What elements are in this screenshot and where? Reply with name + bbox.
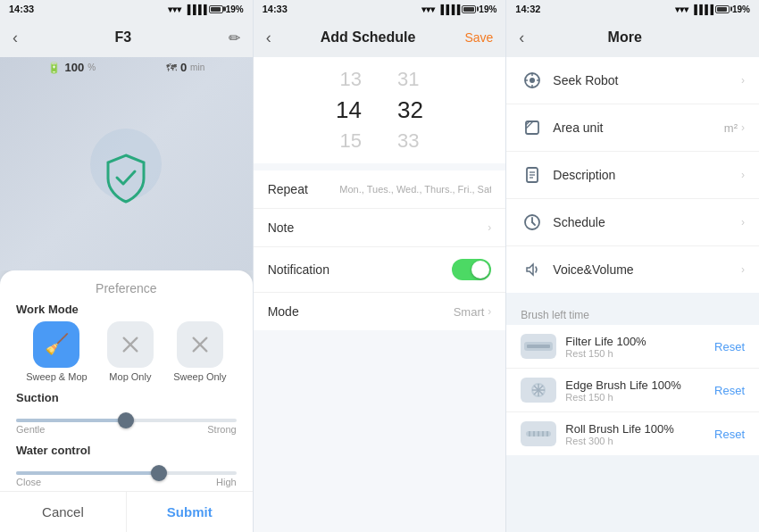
- battery-icon-map: 🔋: [47, 62, 61, 74]
- active-hour: 14: [336, 96, 362, 124]
- time-picker[interactable]: 13 31 14 32 15 33: [254, 57, 506, 163]
- status-bar-2: 14:33 ▾▾▾ ▐▐▐▐ 19%: [254, 0, 506, 18]
- toggle-thumb: [471, 261, 489, 278]
- schedule-chevron: ›: [741, 216, 745, 229]
- status-bar-1: 14:33 ▾▾▾ ▐▐▐▐ 19%: [0, 0, 253, 18]
- note-row[interactable]: Note ›: [254, 209, 506, 247]
- sweep-icon: [190, 335, 210, 354]
- notification-row[interactable]: Notification: [254, 247, 506, 293]
- top-bar-3: ‹ More: [506, 18, 759, 57]
- description-row[interactable]: Description ›: [506, 152, 759, 199]
- voice-volume-row[interactable]: Voice&Volume ›: [506, 246, 759, 293]
- wifi-icon-2: ▾▾▾: [421, 4, 435, 14]
- mode-mop-only[interactable]: Mop Only: [107, 321, 154, 382]
- schedule-chevron-icon: ›: [741, 216, 745, 229]
- schedule-rows: Repeat Mon., Tues., Wed., Thurs., Fri., …: [254, 170, 506, 330]
- prev-min: 31: [397, 68, 419, 91]
- voice-volume-left: Voice&Volume: [521, 258, 633, 281]
- description-icon: [521, 163, 544, 187]
- mode-icon-mop-only: [107, 321, 154, 368]
- edit-icon-1[interactable]: ✏: [229, 29, 240, 46]
- battery-pct-1: 19%: [226, 4, 244, 14]
- note-chevron: ›: [488, 221, 491, 234]
- notification-toggle[interactable]: [452, 259, 491, 280]
- signal-icon-2: ▐▐▐▐: [438, 4, 459, 14]
- water-track[interactable]: [16, 471, 237, 475]
- panel-schedule: 14:33 ▾▾▾ ▐▐▐▐ 19% ‹ Add Schedule Save 1…: [253, 0, 506, 532]
- submit-button[interactable]: Submit: [126, 492, 253, 532]
- suction-min: Gentle: [16, 424, 45, 435]
- edge-brush-sub: Rest 150 h: [565, 392, 680, 403]
- svg-line-17: [532, 222, 535, 225]
- note-label: Note: [268, 220, 295, 235]
- filter-name: Filter Life 100%: [565, 335, 646, 348]
- time-row-prev: 13 31: [254, 66, 506, 93]
- page-title-2: Add Schedule: [321, 29, 416, 46]
- back-icon-1[interactable]: ‹: [13, 29, 18, 47]
- mode-sweep-mop[interactable]: 🧹 Sweep & Mop: [26, 321, 87, 382]
- next-min: 33: [397, 129, 419, 153]
- battery-pct-3: 19%: [732, 4, 750, 14]
- mode-chevron-icon: ›: [488, 305, 491, 318]
- battery-icon-3: [715, 5, 730, 13]
- time-row-next: 15 33: [254, 128, 506, 154]
- workmode-label: Work Mode: [16, 303, 237, 316]
- suction-thumb[interactable]: [118, 412, 134, 428]
- watercontrol-label: Water control: [16, 444, 237, 457]
- panel-more: 14:32 ▾▾▾ ▐▐▐▐ 19% ‹ More: [505, 0, 759, 532]
- repeat-row[interactable]: Repeat Mon., Tues., Wed., Thurs., Fri., …: [254, 170, 506, 209]
- robot-map: 🔋 100 % 🗺 0 min: [0, 57, 253, 270]
- battery-pct-2: 19%: [479, 4, 496, 14]
- edge-brush-reset-button[interactable]: Reset: [714, 384, 745, 397]
- save-button[interactable]: Save: [464, 30, 493, 45]
- mop-icon: [121, 335, 140, 354]
- back-icon-2[interactable]: ‹: [266, 29, 271, 47]
- filter-image: [521, 334, 556, 359]
- mode-label: Mode: [268, 304, 299, 319]
- schedule-menu-label: Schedule: [553, 215, 605, 229]
- schedule-row[interactable]: Schedule ›: [506, 199, 759, 246]
- prev-hour: 13: [340, 68, 362, 91]
- mode-row[interactable]: Mode Smart ›: [254, 293, 506, 330]
- mode-sweep-only[interactable]: Sweep Only: [173, 321, 226, 382]
- area-unit-icon: [521, 116, 544, 139]
- voice-volume-chevron: ›: [741, 263, 745, 276]
- description-left: Description: [521, 163, 615, 187]
- cancel-button[interactable]: Cancel: [0, 492, 126, 532]
- top-bar-2: ‹ Add Schedule Save: [254, 18, 506, 57]
- water-labels: Close High: [16, 477, 237, 487]
- seek-robot-row[interactable]: Seek Robot ›: [506, 57, 759, 104]
- wifi-icon-3: ▾▾▾: [675, 4, 688, 14]
- preference-title: Preference: [16, 281, 237, 295]
- back-icon-3[interactable]: ‹: [519, 29, 524, 47]
- note-chevron-icon: ›: [488, 221, 491, 234]
- filter-reset-button[interactable]: Reset: [714, 340, 745, 353]
- voice-volume-chevron-icon: ›: [741, 263, 745, 276]
- mode-icon-sweep-mop: 🧹: [33, 321, 79, 368]
- bottom-buttons: Cancel Submit: [0, 491, 253, 532]
- brush-section: Filter Life 100% Rest 150 h Reset: [506, 325, 759, 455]
- suction-label: Suction: [16, 391, 237, 404]
- filter-left: Filter Life 100% Rest 150 h: [521, 334, 646, 359]
- suction-slider-row: Gentle Strong: [16, 410, 237, 438]
- status-right-1: ▾▾▾ ▐▐▐▐ 19%: [168, 4, 243, 14]
- water-thumb[interactable]: [151, 465, 167, 481]
- brush-section-title: Brush left time: [506, 303, 759, 325]
- battery-status: 🔋 100 %: [47, 61, 96, 74]
- suction-track[interactable]: [16, 419, 237, 422]
- signal-icon-1: ▐▐▐▐: [184, 4, 205, 14]
- schedule-icon: [521, 211, 544, 234]
- page-title-3: More: [608, 29, 642, 46]
- seek-robot-icon: [521, 69, 544, 92]
- roll-brush-row: Roll Brush Life 100% Rest 300 h Reset: [506, 412, 759, 455]
- svg-point-5: [530, 78, 535, 83]
- seek-robot-label: Seek Robot: [553, 73, 618, 87]
- roll-brush-reset-button[interactable]: Reset: [714, 428, 745, 441]
- water-slider-row: Close High: [16, 462, 237, 491]
- panel-f3: 14:33 ▾▾▾ ▐▐▐▐ 19% ‹ F3 ✏ 🔋 100 % 🗺 0 mi…: [0, 0, 253, 532]
- voice-volume-label: Voice&Volume: [553, 262, 633, 277]
- edge-brush-name: Edge Brush Life 100%: [565, 378, 680, 392]
- battery-icon-1: [209, 5, 223, 13]
- active-min: 32: [397, 96, 423, 124]
- area-unit-row[interactable]: Area unit m² ›: [506, 104, 759, 152]
